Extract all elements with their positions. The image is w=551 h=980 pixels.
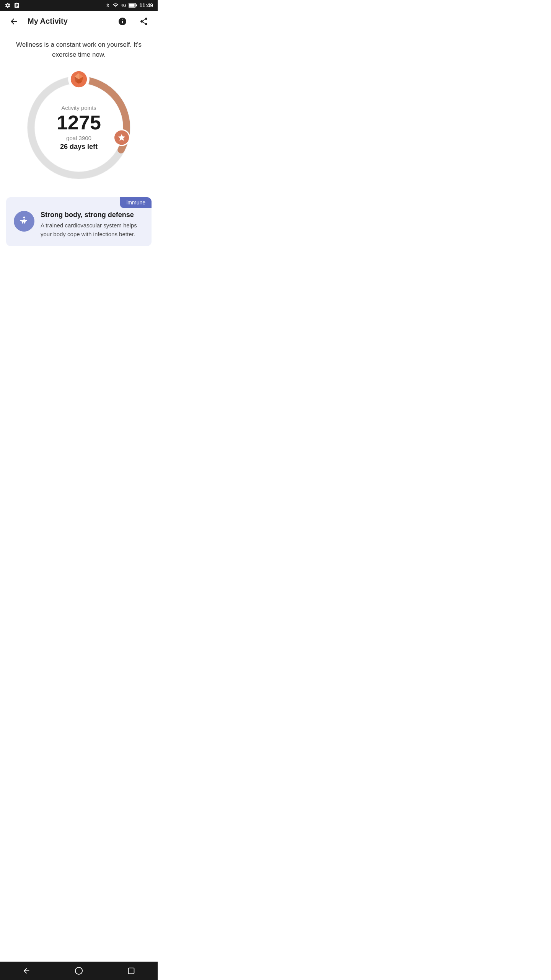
activity-ring: Activity points 1275 goal 3900 26 days l… — [21, 70, 136, 185]
settings-icon — [5, 2, 11, 8]
card-text-block: Strong body, strong defense A trained ca… — [41, 211, 144, 238]
status-right-icons: 4G 11:49 — [106, 2, 153, 8]
share-button[interactable] — [136, 14, 152, 29]
tagline-text: Wellness is a constant work on yourself.… — [6, 40, 152, 59]
signal-label: 4G — [121, 3, 127, 8]
svg-rect-2 — [129, 4, 134, 7]
status-bar: 4G 11:49 — [0, 0, 158, 11]
activity-goal: goal 3900 — [57, 135, 101, 141]
activity-ring-container: Activity points 1275 goal 3900 26 days l… — [6, 70, 152, 185]
gem-svg — [70, 70, 88, 88]
battery-icon — [129, 3, 137, 8]
activity-days-left: 26 days left — [57, 143, 101, 151]
signal-icon — [112, 2, 119, 8]
star-badge — [113, 129, 130, 146]
activity-points-label: Activity points — [57, 105, 101, 111]
ring-center: Activity points 1275 goal 3900 26 days l… — [57, 105, 101, 151]
back-button[interactable] — [6, 14, 21, 29]
card-description: A trained cardiovascular system helps yo… — [41, 221, 144, 238]
activity-points-value: 1275 — [57, 113, 101, 132]
app-bar-actions — [115, 14, 152, 29]
card-body: Strong body, strong defense A trained ca… — [14, 211, 144, 238]
card-badge: immune — [120, 197, 152, 208]
card-title: Strong body, strong defense — [41, 211, 144, 219]
svg-rect-1 — [136, 4, 137, 6]
svg-point-14 — [23, 217, 25, 219]
clock: 11:49 — [139, 2, 153, 8]
status-left-icons — [5, 2, 20, 8]
main-content: Wellness is a constant work on yourself.… — [0, 32, 158, 254]
card-avatar — [14, 211, 34, 232]
bluetooth-icon — [106, 2, 110, 8]
clipboard-icon — [14, 2, 20, 8]
gem-icon — [68, 69, 90, 90]
info-button[interactable] — [115, 14, 130, 29]
page-title: My Activity — [28, 17, 115, 26]
app-bar: My Activity — [0, 11, 158, 32]
info-card[interactable]: immune Strong body, strong defense A tra… — [6, 197, 152, 246]
